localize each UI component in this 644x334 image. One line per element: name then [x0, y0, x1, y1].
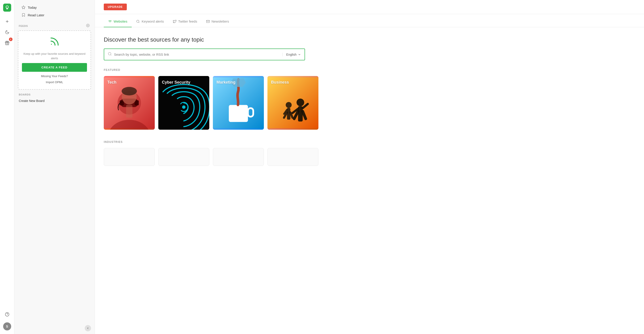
svg-line-10 [139, 22, 140, 23]
search-bar: English [104, 48, 305, 60]
industry-card-1[interactable] [104, 148, 155, 166]
sidebar-item-read-later[interactable]: Read Later [19, 11, 90, 19]
industry-card-2[interactable] [158, 148, 209, 166]
svg-point-9 [137, 20, 139, 22]
add-button[interactable] [3, 17, 12, 26]
card-business-label: Business [268, 76, 292, 89]
svg-line-12 [110, 54, 111, 55]
industries-section-label: INDUSTRIES [104, 140, 635, 144]
card-cyber-security[interactable]: Cyber Security [158, 76, 209, 130]
svg-point-11 [108, 52, 111, 55]
top-bar: UPGRADE [95, 0, 644, 14]
tab-newsletters-label: Newsletters [212, 20, 229, 23]
feeds-empty-state: Keep up with your favorite sources and k… [18, 30, 91, 90]
card-marketing-label: Marketing [213, 76, 239, 89]
collapse-sidebar-button[interactable] [85, 325, 91, 331]
featured-cards-grid: Tech [104, 76, 318, 130]
language-label: English [286, 53, 296, 56]
user-avatar[interactable]: S [3, 322, 11, 330]
search-icon [108, 52, 112, 57]
boards-section: BOARDS Create New Board [14, 93, 94, 108]
card-tech[interactable]: Tech [104, 76, 155, 130]
gift-badge: 1 [9, 38, 12, 41]
tab-websites[interactable]: Websites [104, 16, 132, 27]
sidebar-item-today[interactable]: Today [19, 4, 90, 11]
svg-marker-6 [22, 6, 25, 9]
create-board-button[interactable]: Create New Board [19, 98, 44, 104]
industry-card-3[interactable] [213, 148, 264, 166]
create-feed-button[interactable]: CREATE A FEED [22, 63, 87, 72]
discover-title: Discover the best sources for any topic [104, 36, 635, 43]
svg-point-7 [88, 25, 88, 26]
missing-feeds-link[interactable]: Missing Your Feeds? [41, 74, 68, 78]
card-cyber-label: Cyber Security [158, 76, 194, 89]
feeds-section-header: FEEDS [14, 20, 94, 30]
language-selector[interactable]: English [282, 53, 301, 56]
svg-point-28 [286, 102, 292, 108]
today-label: Today [28, 6, 37, 10]
tab-newsletters[interactable]: Newsletters [202, 16, 234, 27]
card-business[interactable]: Business [268, 76, 318, 130]
gift-button[interactable]: 1 [3, 38, 12, 48]
sidebar-nav: Today Read Later [14, 0, 94, 20]
svg-rect-21 [126, 105, 132, 118]
sidebar-bottom [14, 322, 94, 334]
svg-rect-25 [229, 105, 248, 122]
tab-keyword-alerts[interactable]: Keyword alerts [132, 16, 168, 27]
tab-keyword-alerts-label: Keyword alerts [142, 20, 164, 23]
svg-point-20 [122, 87, 137, 96]
night-mode-button[interactable] [3, 28, 12, 37]
tab-twitter-feeds-label: Twitter feeds [178, 20, 197, 23]
tab-websites-label: Websites [114, 20, 127, 23]
sidebar: Today Read Later FEEDS Keep up with your… [14, 0, 95, 334]
industry-card-4[interactable] [268, 148, 318, 166]
icon-bar: 1 S [0, 0, 14, 334]
card-tech-label: Tech [104, 76, 120, 89]
rss-icon [49, 36, 60, 49]
upgrade-button[interactable]: UPGRADE [104, 4, 127, 10]
tabs-bar: Websites Keyword alerts Twitter feeds Ne… [95, 16, 644, 27]
help-button[interactable] [3, 310, 12, 319]
feeds-settings-button[interactable] [86, 23, 90, 28]
card-marketing[interactable]: Marketing [213, 76, 264, 130]
svg-point-23 [182, 105, 185, 109]
content-area: Discover the best sources for any topic … [95, 27, 644, 334]
feeds-section-label: FEEDS [19, 24, 28, 27]
feeds-description: Keep up with your favorite sources and k… [22, 52, 87, 60]
app-logo[interactable] [3, 4, 11, 12]
svg-point-33 [296, 98, 304, 106]
tab-twitter-feeds[interactable]: Twitter feeds [168, 16, 202, 27]
read-later-label: Read Later [28, 13, 44, 17]
featured-section-label: FEATURED [104, 68, 635, 72]
industries-grid [104, 148, 318, 166]
boards-section-label: BOARDS [19, 93, 90, 96]
search-input[interactable] [114, 49, 282, 60]
import-opml-link[interactable]: Import OPML [46, 80, 63, 84]
main-content: UPGRADE Websites Keyword alerts Twitter … [95, 0, 644, 334]
